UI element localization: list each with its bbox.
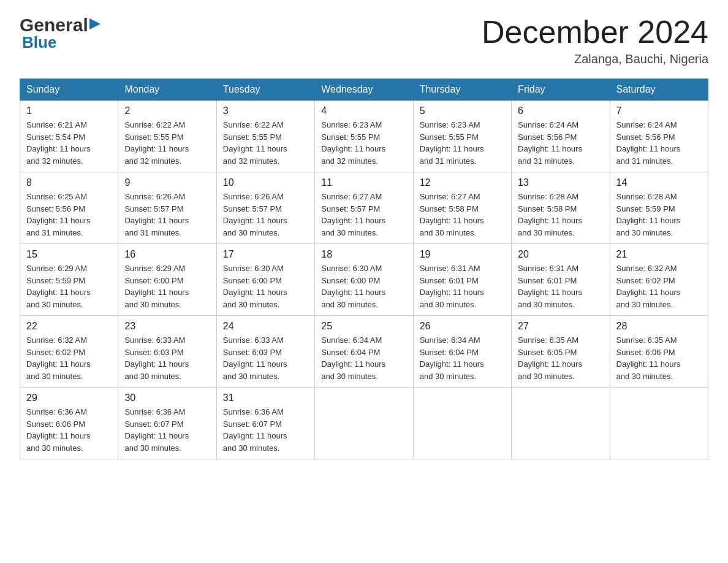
day-info: Sunrise: 6:30 AM Sunset: 6:00 PM Dayligh… [321,262,406,310]
day-info: Sunrise: 6:31 AM Sunset: 6:01 PM Dayligh… [420,262,505,310]
day-info: Sunrise: 6:34 AM Sunset: 6:04 PM Dayligh… [420,334,505,382]
logo-general-text: General [20,15,88,36]
calendar-cell: 27 Sunrise: 6:35 AM Sunset: 6:05 PM Dayl… [512,316,610,388]
day-number: 7 [616,105,702,117]
logo-blue-text: Blue [22,33,56,52]
calendar-cell: 11 Sunrise: 6:27 AM Sunset: 5:57 PM Dayl… [315,172,413,244]
day-info: Sunrise: 6:23 AM Sunset: 5:55 PM Dayligh… [321,119,406,167]
day-number: 21 [616,249,702,260]
day-info: Sunrise: 6:36 AM Sunset: 6:07 PM Dayligh… [124,406,210,454]
day-number: 8 [26,177,112,188]
day-info: Sunrise: 6:30 AM Sunset: 6:00 PM Dayligh… [223,262,308,310]
month-title: December 2024 [482,15,708,50]
day-info: Sunrise: 6:35 AM Sunset: 6:05 PM Dayligh… [518,334,603,382]
page-header: General Blue December 2024 Zalanga, Bauc… [20,15,708,66]
day-header-friday: Friday [512,79,610,101]
day-header-wednesday: Wednesday [315,79,413,101]
day-number: 22 [26,321,112,332]
day-number: 11 [321,177,406,188]
day-info: Sunrise: 6:26 AM Sunset: 5:57 PM Dayligh… [124,191,210,239]
day-info: Sunrise: 6:22 AM Sunset: 5:55 PM Dayligh… [124,119,210,167]
calendar-cell: 9 Sunrise: 6:26 AM Sunset: 5:57 PM Dayli… [118,172,216,244]
day-number: 1 [26,105,112,117]
calendar-table: SundayMondayTuesdayWednesdayThursdayFrid… [20,79,708,459]
calendar-cell: 15 Sunrise: 6:29 AM Sunset: 5:59 PM Dayl… [20,244,118,316]
day-info: Sunrise: 6:21 AM Sunset: 5:54 PM Dayligh… [26,119,112,167]
calendar-cell: 5 Sunrise: 6:23 AM Sunset: 5:55 PM Dayli… [413,101,511,172]
day-info: Sunrise: 6:32 AM Sunset: 6:02 PM Dayligh… [616,262,702,310]
day-info: Sunrise: 6:27 AM Sunset: 5:57 PM Dayligh… [321,191,406,239]
day-info: Sunrise: 6:34 AM Sunset: 6:04 PM Dayligh… [321,334,406,382]
calendar-cell: 14 Sunrise: 6:28 AM Sunset: 5:59 PM Dayl… [610,172,708,244]
day-number: 19 [420,249,505,260]
calendar-cell: 13 Sunrise: 6:28 AM Sunset: 5:58 PM Dayl… [512,172,610,244]
day-number: 3 [223,105,308,117]
calendar-cell: 18 Sunrise: 6:30 AM Sunset: 6:00 PM Dayl… [315,244,413,316]
calendar-cell: 19 Sunrise: 6:31 AM Sunset: 6:01 PM Dayl… [413,244,511,316]
day-number: 14 [616,177,702,188]
day-header-thursday: Thursday [413,79,511,101]
calendar-week-row: 15 Sunrise: 6:29 AM Sunset: 5:59 PM Dayl… [20,244,708,316]
calendar-cell: 21 Sunrise: 6:32 AM Sunset: 6:02 PM Dayl… [610,244,708,316]
calendar-cell: 2 Sunrise: 6:22 AM Sunset: 5:55 PM Dayli… [118,101,216,172]
calendar-cell: 3 Sunrise: 6:22 AM Sunset: 5:55 PM Dayli… [216,101,314,172]
day-number: 5 [420,105,505,117]
calendar-cell: 12 Sunrise: 6:27 AM Sunset: 5:58 PM Dayl… [413,172,511,244]
day-number: 13 [518,177,603,188]
location-text: Zalanga, Bauchi, Nigeria [482,52,708,66]
calendar-cell: 30 Sunrise: 6:36 AM Sunset: 6:07 PM Dayl… [118,388,216,459]
calendar-cell [512,388,610,459]
calendar-cell: 8 Sunrise: 6:25 AM Sunset: 5:56 PM Dayli… [20,172,118,244]
day-info: Sunrise: 6:36 AM Sunset: 6:06 PM Dayligh… [26,406,112,454]
title-block: December 2024 Zalanga, Bauchi, Nigeria [482,15,708,66]
calendar-cell: 29 Sunrise: 6:36 AM Sunset: 6:06 PM Dayl… [20,388,118,459]
day-header-sunday: Sunday [20,79,118,101]
day-info: Sunrise: 6:28 AM Sunset: 5:59 PM Dayligh… [616,191,702,239]
day-number: 25 [321,321,406,332]
logo: General Blue [20,15,100,52]
day-info: Sunrise: 6:26 AM Sunset: 5:57 PM Dayligh… [223,191,308,239]
calendar-week-row: 22 Sunrise: 6:32 AM Sunset: 6:02 PM Dayl… [20,316,708,388]
calendar-cell [413,388,511,459]
calendar-cell: 24 Sunrise: 6:33 AM Sunset: 6:03 PM Dayl… [216,316,314,388]
day-number: 10 [223,177,308,188]
day-info: Sunrise: 6:23 AM Sunset: 5:55 PM Dayligh… [420,119,505,167]
day-number: 24 [223,321,308,332]
calendar-cell: 23 Sunrise: 6:33 AM Sunset: 6:03 PM Dayl… [118,316,216,388]
calendar-cell: 4 Sunrise: 6:23 AM Sunset: 5:55 PM Dayli… [315,101,413,172]
day-info: Sunrise: 6:32 AM Sunset: 6:02 PM Dayligh… [26,334,112,382]
svg-marker-0 [89,18,100,29]
day-number: 29 [26,393,112,404]
calendar-cell: 17 Sunrise: 6:30 AM Sunset: 6:00 PM Dayl… [216,244,314,316]
calendar-week-row: 1 Sunrise: 6:21 AM Sunset: 5:54 PM Dayli… [20,101,708,172]
day-info: Sunrise: 6:28 AM Sunset: 5:58 PM Dayligh… [518,191,603,239]
day-number: 23 [124,321,210,332]
calendar-cell: 7 Sunrise: 6:24 AM Sunset: 5:56 PM Dayli… [610,101,708,172]
calendar-cell: 6 Sunrise: 6:24 AM Sunset: 5:56 PM Dayli… [512,101,610,172]
day-info: Sunrise: 6:22 AM Sunset: 5:55 PM Dayligh… [223,119,308,167]
day-info: Sunrise: 6:29 AM Sunset: 6:00 PM Dayligh… [124,262,210,310]
day-info: Sunrise: 6:33 AM Sunset: 6:03 PM Dayligh… [124,334,210,382]
day-info: Sunrise: 6:36 AM Sunset: 6:07 PM Dayligh… [223,406,308,454]
day-info: Sunrise: 6:35 AM Sunset: 6:06 PM Dayligh… [616,334,702,382]
calendar-header-row: SundayMondayTuesdayWednesdayThursdayFrid… [20,79,708,101]
calendar-cell [610,388,708,459]
day-number: 27 [518,321,603,332]
day-number: 31 [223,393,308,404]
calendar-cell: 10 Sunrise: 6:26 AM Sunset: 5:57 PM Dayl… [216,172,314,244]
day-header-monday: Monday [118,79,216,101]
day-info: Sunrise: 6:29 AM Sunset: 5:59 PM Dayligh… [26,262,112,310]
day-number: 12 [420,177,505,188]
day-number: 6 [518,105,603,117]
day-number: 9 [124,177,210,188]
calendar-cell [315,388,413,459]
day-number: 4 [321,105,406,117]
calendar-week-row: 29 Sunrise: 6:36 AM Sunset: 6:06 PM Dayl… [20,388,708,459]
day-info: Sunrise: 6:33 AM Sunset: 6:03 PM Dayligh… [223,334,308,382]
day-header-saturday: Saturday [610,79,708,101]
day-number: 15 [26,249,112,260]
calendar-cell: 1 Sunrise: 6:21 AM Sunset: 5:54 PM Dayli… [20,101,118,172]
day-number: 20 [518,249,603,260]
calendar-week-row: 8 Sunrise: 6:25 AM Sunset: 5:56 PM Dayli… [20,172,708,244]
calendar-cell: 31 Sunrise: 6:36 AM Sunset: 6:07 PM Dayl… [216,388,314,459]
